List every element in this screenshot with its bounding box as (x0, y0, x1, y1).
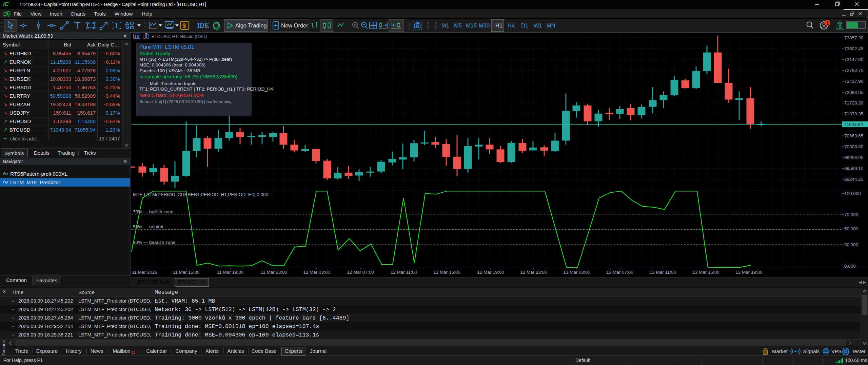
svg-text:MN: MN (547, 22, 555, 28)
svg-text:IDE: IDE (197, 22, 209, 29)
svg-text:M15: M15 (466, 22, 477, 28)
svg-text:69599.10: 69599.10 (844, 166, 863, 171)
svg-text:100.000: 100.000 (844, 191, 861, 196)
svg-text:MSE: 0.004306 (best: 0.004306): MSE: 0.004306 (best: 0.004306) (139, 62, 205, 68)
svg-text:69244.25: 69244.25 (844, 177, 863, 182)
svg-text:$: $ (182, 22, 186, 29)
svg-text:13 Mar 11:00: 13 Mar 11:00 (650, 270, 676, 275)
svg-text:30.000: 30.000 (844, 242, 858, 247)
svg-text:M30: M30 (479, 22, 490, 28)
svg-text:Tester: Tester (852, 348, 866, 354)
svg-text:11 Mar 2026: 11 Mar 2026 (132, 270, 157, 275)
svg-text:Pure MTF LSTM v5.01: Pure MTF LSTM v5.01 (139, 44, 194, 50)
svg-text:50.000: 50.000 (844, 226, 858, 231)
svg-text:12 Mar 15:00: 12 Mar 15:00 (433, 270, 460, 275)
svg-text:72437.90: 72437.90 (844, 79, 863, 84)
svg-text:70663.65: 70663.65 (844, 133, 863, 138)
svg-text:72083.05: 72083.05 (844, 90, 863, 95)
svg-text:TF1: PERIOD_CURRENT | TF2: PER: TF1: PERIOD_CURRENT | TF2: PERIOD_H1 | T… (139, 87, 273, 92)
svg-text:11 Mar 19:00: 11 Mar 19:00 (217, 270, 244, 275)
svg-text:73147.60: 73147.60 (844, 57, 863, 62)
svg-text:D1: D1 (521, 22, 528, 28)
svg-text:1: 1 (826, 20, 829, 26)
svg-text:70308.80: 70308.80 (844, 144, 863, 149)
svg-text:12 Mar 23:00: 12 Mar 23:00 (520, 270, 547, 275)
svg-text:M5: M5 (454, 22, 462, 28)
svg-text:13 Mar 07:00: 13 Mar 07:00 (606, 270, 633, 275)
svg-text:30% — bearish zone: 30% — bearish zone (133, 240, 175, 245)
svg-text:Epochs: 100 | VRAM: ~36 MB: Epochs: 100 | VRAM: ~36 MB (139, 68, 200, 73)
svg-text:—— Multi-Timeframe Inputs ——: —— Multi-Timeframe Inputs —— (139, 81, 207, 86)
svg-text:12 Mar 03:00: 12 Mar 03:00 (303, 270, 330, 275)
svg-text:Market: Market (772, 348, 788, 354)
svg-text:MTF-LSTM(PERIOD_CURRENT,PERIOD: MTF-LSTM(PERIOD_CURRENT,PERIOD_H1,PERIOD… (133, 192, 268, 197)
svg-text:12 Mar 11:00: 12 Mar 11:00 (391, 270, 417, 275)
svg-text:11 Mar 23:00: 11 Mar 23:00 (261, 270, 288, 275)
svg-text:VPS: VPS (831, 348, 842, 354)
svg-text:In-sample accuracy: 58.7% (138: In-sample accuracy: 58.7% (138362/235606… (139, 74, 237, 79)
svg-text:Signals: Signals (803, 348, 820, 354)
svg-text:69953.95: 69953.95 (844, 155, 863, 160)
svg-text:New Order: New Order (281, 22, 308, 28)
svg-text:73857.30: 73857.30 (844, 35, 863, 40)
svg-text:70.000: 70.000 (844, 212, 858, 217)
svg-text:13 Mar 15:00: 13 Mar 15:00 (692, 270, 719, 275)
svg-text:50% — neutral: 50% — neutral (133, 224, 163, 229)
svg-text:0.000: 0.000 (844, 264, 856, 269)
svg-text:13 Mar 03:00: 13 Mar 03:00 (563, 270, 590, 275)
svg-text:BTCUSD, H1: Bitcoin (USD): BTCUSD, H1: Bitcoin (USD) (152, 34, 207, 39)
svg-text:73502.45: 73502.45 (844, 46, 863, 51)
svg-text:MTF(36) -> LSTM(128->64->32) -: MTF(36) -> LSTM(128->64->32) -> P(bull,b… (139, 57, 232, 62)
svg-text:LVL: LVL (836, 26, 844, 31)
svg-text:11 Mar 15:00: 11 Mar 15:00 (173, 270, 200, 275)
svg-text:13 Mar 19:00: 13 Mar 19:00 (735, 270, 763, 275)
svg-text:70% — bullish zone: 70% — bullish zone (133, 209, 173, 214)
svg-text:Status: Ready: Status: Ready (139, 51, 171, 56)
svg-text:Next 5 bars: BEARISH 95%: Next 5 bars: BEARISH 95% (139, 92, 204, 98)
svg-text:72792.75: 72792.75 (844, 68, 863, 73)
svg-text:71043.94: 71043.94 (844, 122, 863, 127)
svg-text:12 Mar 19:00: 12 Mar 19:00 (477, 270, 504, 275)
svg-text:Source: bar[1] (2026.03.13 20:: Source: bar[1] (2026.03.13 20:00) | bar0… (139, 99, 232, 104)
svg-text:71373.35: 71373.35 (844, 111, 863, 116)
svg-text:Algo Trading: Algo Trading (235, 22, 267, 28)
svg-text:H1: H1 (495, 22, 502, 28)
svg-text:71728.20: 71728.20 (844, 100, 863, 105)
svg-text:12 Mar 07:00: 12 Mar 07:00 (347, 270, 374, 275)
svg-text:M1: M1 (441, 22, 449, 28)
svg-text:H4: H4 (508, 22, 515, 28)
svg-text:W1: W1 (534, 22, 542, 28)
